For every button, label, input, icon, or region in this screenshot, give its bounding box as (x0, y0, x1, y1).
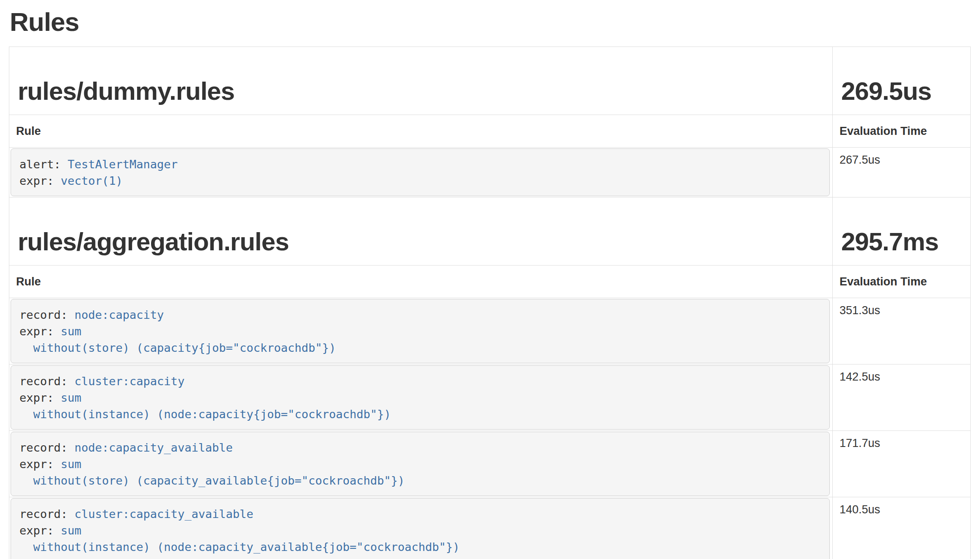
rule-name-link[interactable]: cluster:capacity (74, 375, 184, 388)
rule-code: record: cluster:capacity_availableexpr: … (11, 498, 830, 559)
rule-eval-time: 171.7us (833, 431, 971, 497)
rule-code: record: cluster:capacityexpr: sum withou… (11, 365, 830, 430)
rule-key-record: record: (19, 308, 74, 321)
rules-table: rules/dummy.rules 269.5us Rule Evaluatio… (9, 47, 971, 559)
rule-key-expr: expr: (19, 325, 61, 338)
page-container: Rules rules/dummy.rules 269.5us Rule Eva… (0, 7, 980, 559)
page-title: Rules (10, 7, 971, 37)
rule-expr-link[interactable]: sum (61, 524, 82, 537)
rule-name-link[interactable]: node:capacity_available (74, 441, 233, 454)
eval-time-column-header: Evaluation Time (833, 115, 971, 148)
rule-group-eval-cell: 295.7ms (833, 197, 971, 266)
rule-key-expr: expr: (19, 524, 61, 537)
column-header-row: Rule Evaluation Time (9, 266, 971, 298)
rule-eval-time: 140.5us (833, 497, 971, 559)
rule-group-eval-time: 269.5us (841, 77, 931, 105)
rule-cell: record: node:capacity_availableexpr: sum… (9, 431, 833, 497)
rule-group-name: rules/dummy.rules (18, 77, 234, 105)
rule-group-header-row: rules/dummy.rules 269.5us (9, 47, 971, 115)
rule-expr-continuation-link[interactable]: without(store) (capacity{job="cockroachd… (19, 341, 336, 354)
eval-time-column-header: Evaluation Time (833, 266, 971, 298)
rule-expr-link[interactable]: sum (61, 458, 82, 471)
rule-code: alert: TestAlertManagerexpr: vector(1) (11, 148, 830, 196)
rule-eval-time: 142.5us (833, 364, 971, 431)
rule-key-expr: expr: (19, 458, 61, 471)
rule-cell: record: cluster:capacity_availableexpr: … (9, 497, 833, 559)
rule-eval-time: 351.3us (833, 298, 971, 364)
rule-code: record: node:capacity_availableexpr: sum… (11, 432, 830, 496)
column-header-row: Rule Evaluation Time (9, 115, 971, 148)
rule-name-link[interactable]: TestAlertManager (68, 158, 178, 171)
rule-key-expr: expr: (19, 174, 61, 187)
rule-expr-link[interactable]: sum (61, 325, 82, 338)
rule-row: alert: TestAlertManagerexpr: vector(1) 2… (9, 148, 971, 197)
rule-row: record: cluster:capacityexpr: sum withou… (9, 364, 971, 431)
rule-expr-link[interactable]: vector(1) (61, 174, 123, 187)
rule-key-expr: expr: (19, 391, 61, 404)
rule-expr-continuation-link[interactable]: without(instance) (node:capacity_availab… (19, 540, 460, 554)
rule-expr-link[interactable]: sum (61, 391, 82, 404)
rule-expr-continuation-link[interactable]: without(store) (capacity_available{job="… (19, 474, 405, 487)
rule-cell: alert: TestAlertManagerexpr: vector(1) (9, 148, 833, 197)
rule-key-record: record: (19, 507, 74, 521)
rule-group-header-row: rules/aggregation.rules 295.7ms (9, 197, 971, 266)
rule-row: record: node:capacityexpr: sum without(s… (9, 298, 971, 364)
rule-column-header: Rule (9, 115, 833, 148)
rule-group-eval-cell: 269.5us (833, 47, 971, 115)
rule-row: record: cluster:capacity_availableexpr: … (9, 497, 971, 559)
rule-key-record: record: (19, 441, 74, 454)
rule-name-link[interactable]: cluster:capacity_available (74, 507, 253, 521)
rule-expr-continuation-link[interactable]: without(instance) (node:capacity{job="co… (19, 408, 391, 421)
rule-row: record: node:capacity_availableexpr: sum… (9, 431, 971, 497)
rule-column-header: Rule (9, 266, 833, 298)
rule-key-record: record: (19, 375, 74, 388)
rule-code: record: node:capacityexpr: sum without(s… (11, 299, 830, 363)
rule-group-eval-time: 295.7ms (841, 227, 939, 256)
rule-cell: record: node:capacityexpr: sum without(s… (9, 298, 833, 364)
rule-group-name-cell: rules/aggregation.rules (9, 197, 833, 266)
rule-name-link[interactable]: node:capacity (74, 308, 164, 321)
rule-cell: record: cluster:capacityexpr: sum withou… (9, 364, 833, 431)
rule-key-alert: alert: (19, 158, 68, 171)
rule-eval-time: 267.5us (833, 148, 971, 197)
rule-group-name-cell: rules/dummy.rules (9, 47, 833, 115)
rule-group-name: rules/aggregation.rules (18, 227, 289, 256)
